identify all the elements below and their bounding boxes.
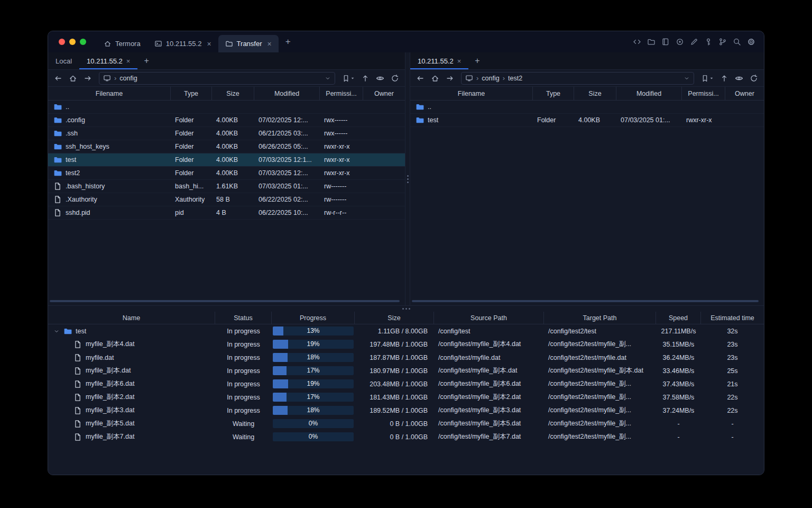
home-icon[interactable] bbox=[428, 72, 442, 85]
titlebar-tab-10-211-55-2[interactable]: 10.211.55.2× bbox=[147, 35, 218, 52]
column-header-type[interactable]: Type bbox=[533, 87, 574, 100]
panel-tab-10-211-55-2[interactable]: 10.211.55.2× bbox=[410, 52, 468, 69]
file-row[interactable]: .configFolder4.00KB07/02/2025 12:...rwx-… bbox=[48, 114, 405, 127]
eye-icon[interactable] bbox=[732, 72, 746, 85]
transfer-row[interactable]: testIn progress13%1.11GB / 8.00GB/config… bbox=[48, 324, 764, 338]
refresh-icon[interactable] bbox=[388, 72, 402, 85]
chevron-down-icon[interactable] bbox=[325, 75, 331, 81]
file-row[interactable]: .. bbox=[48, 101, 405, 114]
panel-tab-10-211-55-2[interactable]: 10.211.55.2× bbox=[79, 52, 137, 69]
titlebar-tab-termora[interactable]: Termora bbox=[97, 35, 147, 52]
horizontal-splitter[interactable] bbox=[48, 305, 764, 312]
column-header-progress[interactable]: Progress bbox=[272, 312, 355, 324]
folder-icon bbox=[63, 327, 72, 335]
file-row[interactable]: .XauthorityXauthority58 B06/22/2025 02:.… bbox=[48, 193, 405, 206]
back-icon[interactable] bbox=[51, 72, 65, 85]
gear-icon[interactable] bbox=[747, 38, 755, 46]
branch-icon[interactable] bbox=[718, 38, 727, 46]
transfer-row[interactable]: myfile_副本3.datIn progress18%189.52MB / 1… bbox=[48, 404, 764, 417]
new-panel-tab-button[interactable]: + bbox=[137, 52, 155, 69]
scrollbar-thumb[interactable] bbox=[412, 300, 759, 302]
chevron-down-icon[interactable] bbox=[684, 75, 690, 81]
column-header-modified[interactable]: Modified bbox=[254, 87, 320, 100]
horizontal-scrollbar[interactable] bbox=[50, 300, 403, 302]
bookmark-icon[interactable] bbox=[339, 72, 357, 85]
column-header-target-path[interactable]: Target Path bbox=[544, 312, 656, 324]
transfer-row[interactable]: myfile_副本6.datIn progress19%203.48MB / 1… bbox=[48, 377, 764, 391]
scrollbar-thumb[interactable] bbox=[50, 300, 400, 302]
eye-icon[interactable] bbox=[373, 72, 387, 85]
column-header-filename[interactable]: Filename bbox=[48, 87, 171, 100]
file-row[interactable]: sshd.pidpid4 B06/22/2025 10:...rw-r--r-- bbox=[48, 206, 405, 220]
column-header-owner[interactable]: Owner bbox=[363, 87, 405, 100]
column-header-size[interactable]: Size bbox=[212, 87, 254, 100]
forward-icon[interactable] bbox=[443, 72, 457, 85]
column-header-size[interactable]: Size bbox=[574, 87, 616, 100]
transfer-row[interactable]: myfile_副本.datIn progress17%180.97MB / 1.… bbox=[48, 364, 764, 377]
traffic-light-zoom[interactable] bbox=[80, 39, 86, 45]
column-header-status[interactable]: Status bbox=[215, 312, 272, 324]
upload-icon[interactable] bbox=[358, 72, 372, 85]
column-header-name[interactable]: Name bbox=[48, 312, 215, 324]
transfer-row[interactable]: myfile_副本5.datWaiting0%0 B / 1.00GB/conf… bbox=[48, 417, 764, 430]
column-header-filename[interactable]: Filename bbox=[410, 87, 533, 100]
file-row[interactable]: .bash_historybash_hi...1.61KB07/03/2025 … bbox=[48, 180, 405, 193]
search-icon[interactable] bbox=[733, 38, 741, 46]
path-segment-test2[interactable]: test2 bbox=[508, 75, 522, 82]
column-header-size[interactable]: Size bbox=[355, 312, 434, 324]
column-header-speed[interactable]: Speed bbox=[656, 312, 701, 324]
bookmark-icon[interactable] bbox=[698, 72, 716, 85]
new-tab-button[interactable]: + bbox=[279, 31, 298, 52]
file-row[interactable]: testFolder4.00KB07/03/2025 12:1...rwxr-x… bbox=[48, 153, 405, 167]
column-header-estimated-time[interactable]: Estimated time bbox=[701, 312, 764, 324]
close-icon[interactable]: × bbox=[207, 40, 211, 48]
column-header-type[interactable]: Type bbox=[171, 87, 212, 100]
path-segment-config[interactable]: config bbox=[119, 75, 137, 82]
file-row[interactable]: .. bbox=[410, 101, 764, 114]
column-header-source-path[interactable]: Source Path bbox=[434, 312, 544, 324]
home-icon[interactable] bbox=[66, 72, 80, 85]
path-segment-config[interactable]: config bbox=[482, 75, 499, 82]
book-icon[interactable] bbox=[661, 38, 670, 46]
horizontal-scrollbar[interactable] bbox=[412, 300, 762, 302]
column-header-owner[interactable]: Owner bbox=[725, 87, 764, 100]
progress-bar: 18% bbox=[273, 406, 354, 415]
file-row[interactable]: test2Folder4.00KB07/03/2025 12:...rwxr-x… bbox=[48, 167, 405, 180]
file-row[interactable]: testFolder4.00KB07/03/2025 01:...rwxr-xr… bbox=[410, 114, 764, 127]
code-icon[interactable] bbox=[633, 38, 641, 46]
new-panel-tab-button[interactable]: + bbox=[468, 52, 486, 69]
close-icon[interactable]: × bbox=[126, 58, 131, 65]
target-path-cell: /config/test2/test/myfile_副... bbox=[544, 379, 656, 388]
transfer-row[interactable]: myfile.datIn progress18%187.87MB / 1.00G… bbox=[48, 351, 764, 364]
upload-icon[interactable] bbox=[717, 72, 731, 85]
record-icon[interactable] bbox=[676, 38, 684, 46]
file-row[interactable]: ssh_host_keysFolder4.00KB06/26/2025 05:.… bbox=[48, 140, 405, 153]
permissions-cell: rw------- bbox=[320, 196, 363, 203]
forward-icon[interactable] bbox=[81, 72, 95, 85]
transfer-row[interactable]: myfile_副本7.datWaiting0%0 B / 1.00GB/conf… bbox=[48, 430, 764, 443]
column-header-modified[interactable]: Modified bbox=[616, 87, 682, 100]
size-cell: 197.48MB / 1.00GB bbox=[355, 341, 434, 348]
traffic-light-close[interactable] bbox=[59, 39, 65, 45]
file-row[interactable]: .sshFolder4.00KB06/21/2025 03:...rwx----… bbox=[48, 127, 405, 140]
path-breadcrumb[interactable]: ›config bbox=[99, 72, 335, 85]
back-icon[interactable] bbox=[413, 72, 427, 85]
refresh-icon[interactable] bbox=[747, 72, 761, 85]
traffic-light-minimize[interactable] bbox=[69, 39, 76, 45]
folder-icon bbox=[53, 103, 62, 111]
key-icon[interactable] bbox=[704, 38, 713, 46]
close-icon[interactable]: × bbox=[457, 58, 462, 65]
chevron-expand-icon[interactable] bbox=[53, 328, 60, 334]
path-breadcrumb[interactable]: ›config›test2 bbox=[461, 72, 694, 85]
column-header-permissi[interactable]: Permissi... bbox=[320, 87, 363, 100]
right-file-panel: 10.211.55.2× + ›config›test2 FilenameTyp… bbox=[410, 52, 764, 305]
panel-tab-local[interactable]: Local bbox=[48, 52, 79, 69]
close-icon[interactable]: × bbox=[267, 40, 272, 48]
vertical-splitter[interactable] bbox=[405, 52, 410, 305]
transfer-row[interactable]: myfile_副本2.datIn progress17%181.43MB / 1… bbox=[48, 391, 764, 404]
folder-action-icon[interactable] bbox=[647, 38, 656, 46]
transfer-row[interactable]: myfile_副本4.datIn progress19%197.48MB / 1… bbox=[48, 338, 764, 351]
titlebar-tab-transfer[interactable]: Transfer× bbox=[218, 35, 279, 52]
pencil-icon[interactable] bbox=[690, 38, 698, 46]
column-header-permissi[interactable]: Permissi... bbox=[682, 87, 725, 100]
